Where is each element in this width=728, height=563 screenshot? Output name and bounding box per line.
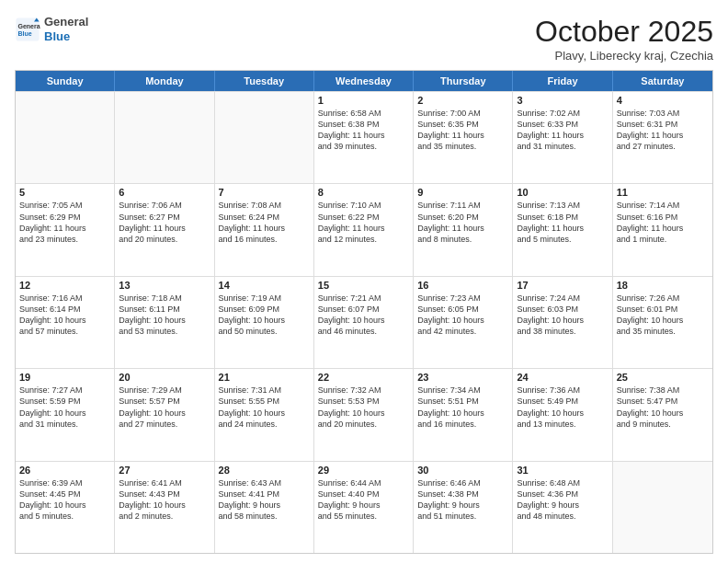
subtitle: Plavy, Liberecky kraj, Czechia bbox=[535, 49, 713, 63]
cell-info: Sunrise: 6:39 AM Sunset: 4:45 PM Dayligh… bbox=[19, 477, 110, 523]
calendar-cell: 11Sunrise: 7:14 AM Sunset: 6:16 PM Dayli… bbox=[613, 184, 712, 275]
day-number: 25 bbox=[617, 372, 709, 383]
cell-info: Sunrise: 7:32 AM Sunset: 5:53 PM Dayligh… bbox=[318, 385, 409, 430]
calendar-cell: 16Sunrise: 7:23 AM Sunset: 6:05 PM Dayli… bbox=[414, 277, 513, 368]
calendar-cell: 9Sunrise: 7:11 AM Sunset: 6:20 PM Daylig… bbox=[414, 184, 513, 275]
cell-info: Sunrise: 7:14 AM Sunset: 6:16 PM Dayligh… bbox=[617, 200, 709, 245]
calendar-cell: 3Sunrise: 7:02 AM Sunset: 6:33 PM Daylig… bbox=[513, 92, 612, 183]
calendar-cell: 8Sunrise: 7:10 AM Sunset: 6:22 PM Daylig… bbox=[314, 184, 414, 275]
calendar-cell: 6Sunrise: 7:06 AM Sunset: 6:27 PM Daylig… bbox=[115, 184, 214, 275]
logo-text: General Blue bbox=[44, 15, 88, 43]
cell-info: Sunrise: 6:58 AM Sunset: 6:38 PM Dayligh… bbox=[318, 108, 409, 153]
calendar-row: 26Sunrise: 6:39 AM Sunset: 4:45 PM Dayli… bbox=[16, 461, 712, 553]
calendar-cell: 10Sunrise: 7:13 AM Sunset: 6:18 PM Dayli… bbox=[513, 184, 612, 275]
calendar-cell bbox=[115, 92, 214, 183]
header: General Blue General Blue October 2025 P… bbox=[15, 15, 713, 63]
cell-info: Sunrise: 7:08 AM Sunset: 6:24 PM Dayligh… bbox=[219, 200, 310, 245]
day-number: 12 bbox=[19, 280, 110, 291]
day-of-week-header: Wednesday bbox=[314, 71, 414, 91]
calendar-cell: 23Sunrise: 7:34 AM Sunset: 5:51 PM Dayli… bbox=[414, 369, 513, 460]
day-number: 29 bbox=[318, 465, 409, 476]
calendar-cell: 25Sunrise: 7:38 AM Sunset: 5:47 PM Dayli… bbox=[613, 369, 712, 460]
calendar-cell: 21Sunrise: 7:31 AM Sunset: 5:55 PM Dayli… bbox=[215, 369, 314, 460]
calendar-cell: 7Sunrise: 7:08 AM Sunset: 6:24 PM Daylig… bbox=[215, 184, 314, 275]
svg-text:Blue: Blue bbox=[18, 30, 32, 37]
cell-info: Sunrise: 7:29 AM Sunset: 5:57 PM Dayligh… bbox=[119, 385, 210, 430]
day-number: 4 bbox=[617, 95, 709, 106]
day-number: 22 bbox=[318, 372, 409, 383]
day-number: 27 bbox=[119, 465, 210, 476]
logo: General Blue General Blue bbox=[15, 15, 88, 43]
page: General Blue General Blue October 2025 P… bbox=[0, 0, 728, 563]
calendar-row: 19Sunrise: 7:27 AM Sunset: 5:59 PM Dayli… bbox=[16, 368, 712, 460]
calendar-row: 5Sunrise: 7:05 AM Sunset: 6:29 PM Daylig… bbox=[16, 183, 712, 275]
logo-general: General bbox=[44, 15, 88, 29]
cell-info: Sunrise: 7:38 AM Sunset: 5:47 PM Dayligh… bbox=[617, 385, 709, 430]
calendar-cell bbox=[16, 92, 115, 183]
day-number: 19 bbox=[19, 372, 110, 383]
calendar-cell: 13Sunrise: 7:18 AM Sunset: 6:11 PM Dayli… bbox=[115, 277, 214, 368]
day-number: 14 bbox=[219, 280, 310, 291]
cell-info: Sunrise: 6:46 AM Sunset: 4:38 PM Dayligh… bbox=[417, 477, 508, 523]
calendar-cell: 14Sunrise: 7:19 AM Sunset: 6:09 PM Dayli… bbox=[215, 277, 314, 368]
cell-info: Sunrise: 7:31 AM Sunset: 5:55 PM Dayligh… bbox=[219, 385, 310, 430]
calendar-row: 1Sunrise: 6:58 AM Sunset: 6:38 PM Daylig… bbox=[16, 91, 712, 183]
calendar-cell: 26Sunrise: 6:39 AM Sunset: 4:45 PM Dayli… bbox=[16, 462, 115, 553]
day-of-week-header: Monday bbox=[115, 71, 214, 91]
day-number: 1 bbox=[318, 95, 409, 106]
cell-info: Sunrise: 6:41 AM Sunset: 4:43 PM Dayligh… bbox=[119, 477, 210, 523]
day-number: 11 bbox=[617, 187, 709, 198]
day-number: 18 bbox=[617, 280, 709, 291]
title-block: October 2025 Plavy, Liberecky kraj, Czec… bbox=[535, 15, 713, 63]
day-number: 8 bbox=[318, 187, 409, 198]
calendar-cell: 15Sunrise: 7:21 AM Sunset: 6:07 PM Dayli… bbox=[314, 277, 414, 368]
cell-info: Sunrise: 7:10 AM Sunset: 6:22 PM Dayligh… bbox=[318, 200, 409, 245]
cell-info: Sunrise: 7:11 AM Sunset: 6:20 PM Dayligh… bbox=[417, 200, 508, 245]
calendar-cell: 4Sunrise: 7:03 AM Sunset: 6:31 PM Daylig… bbox=[613, 92, 712, 183]
calendar-cell: 1Sunrise: 6:58 AM Sunset: 6:38 PM Daylig… bbox=[314, 92, 414, 183]
cell-info: Sunrise: 7:18 AM Sunset: 6:11 PM Dayligh… bbox=[119, 293, 210, 338]
cell-info: Sunrise: 6:48 AM Sunset: 4:36 PM Dayligh… bbox=[517, 477, 608, 523]
day-of-week-header: Sunday bbox=[16, 71, 115, 91]
calendar-cell: 2Sunrise: 7:00 AM Sunset: 6:35 PM Daylig… bbox=[414, 92, 513, 183]
month-title: October 2025 bbox=[535, 15, 713, 49]
day-number: 31 bbox=[517, 465, 608, 476]
day-number: 23 bbox=[417, 372, 508, 383]
day-number: 3 bbox=[517, 95, 608, 106]
calendar-cell: 20Sunrise: 7:29 AM Sunset: 5:57 PM Dayli… bbox=[115, 369, 214, 460]
cell-info: Sunrise: 7:24 AM Sunset: 6:03 PM Dayligh… bbox=[517, 293, 608, 338]
calendar-cell: 28Sunrise: 6:43 AM Sunset: 4:41 PM Dayli… bbox=[215, 462, 314, 553]
cell-info: Sunrise: 7:23 AM Sunset: 6:05 PM Dayligh… bbox=[417, 293, 508, 338]
day-number: 13 bbox=[119, 280, 210, 291]
svg-text:General: General bbox=[18, 22, 41, 29]
cell-info: Sunrise: 7:36 AM Sunset: 5:49 PM Dayligh… bbox=[517, 385, 608, 430]
day-number: 9 bbox=[417, 187, 508, 198]
cell-info: Sunrise: 7:06 AM Sunset: 6:27 PM Dayligh… bbox=[119, 200, 210, 245]
day-number: 2 bbox=[417, 95, 508, 106]
cell-info: Sunrise: 7:27 AM Sunset: 5:59 PM Dayligh… bbox=[19, 385, 110, 430]
calendar-cell: 30Sunrise: 6:46 AM Sunset: 4:38 PM Dayli… bbox=[414, 462, 513, 553]
logo-icon: General Blue bbox=[15, 17, 40, 42]
logo-blue: Blue bbox=[44, 29, 88, 44]
day-of-week-header: Saturday bbox=[613, 71, 712, 91]
cell-info: Sunrise: 7:03 AM Sunset: 6:31 PM Dayligh… bbox=[617, 108, 709, 153]
calendar-cell: 19Sunrise: 7:27 AM Sunset: 5:59 PM Dayli… bbox=[16, 369, 115, 460]
calendar-cell: 22Sunrise: 7:32 AM Sunset: 5:53 PM Dayli… bbox=[314, 369, 414, 460]
day-of-week-header: Friday bbox=[513, 71, 612, 91]
calendar-cell: 24Sunrise: 7:36 AM Sunset: 5:49 PM Dayli… bbox=[513, 369, 612, 460]
day-of-week-header: Thursday bbox=[414, 71, 513, 91]
cell-info: Sunrise: 7:16 AM Sunset: 6:14 PM Dayligh… bbox=[19, 293, 110, 338]
day-number: 21 bbox=[219, 372, 310, 383]
cell-info: Sunrise: 7:26 AM Sunset: 6:01 PM Dayligh… bbox=[617, 293, 709, 338]
day-number: 20 bbox=[119, 372, 210, 383]
day-number: 10 bbox=[517, 187, 608, 198]
cell-info: Sunrise: 6:44 AM Sunset: 4:40 PM Dayligh… bbox=[318, 477, 409, 523]
day-number: 16 bbox=[417, 280, 508, 291]
calendar-row: 12Sunrise: 7:16 AM Sunset: 6:14 PM Dayli… bbox=[16, 276, 712, 368]
cell-info: Sunrise: 7:00 AM Sunset: 6:35 PM Dayligh… bbox=[417, 108, 508, 153]
day-number: 26 bbox=[19, 465, 110, 476]
calendar-cell: 31Sunrise: 6:48 AM Sunset: 4:36 PM Dayli… bbox=[513, 462, 612, 553]
calendar-body: 1Sunrise: 6:58 AM Sunset: 6:38 PM Daylig… bbox=[16, 91, 712, 553]
calendar-cell: 17Sunrise: 7:24 AM Sunset: 6:03 PM Dayli… bbox=[513, 277, 612, 368]
cell-info: Sunrise: 7:34 AM Sunset: 5:51 PM Dayligh… bbox=[417, 385, 508, 430]
